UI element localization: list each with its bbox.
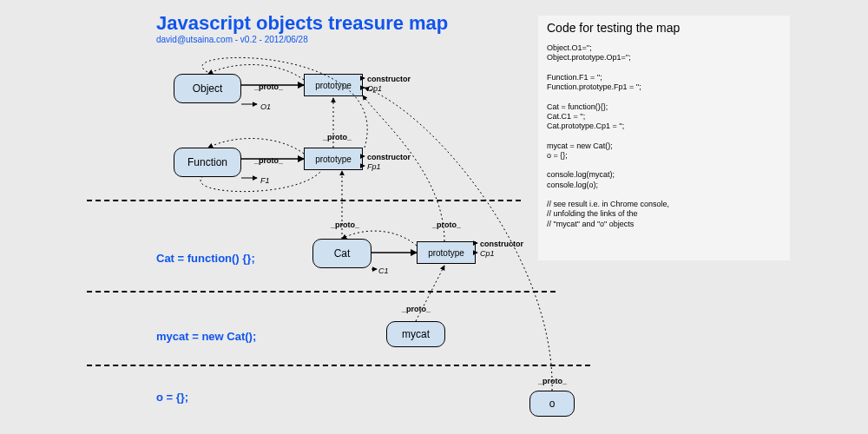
lbl-o1: O1 <box>260 102 271 111</box>
code-panel: Code for testing the map Object.O1=''; O… <box>538 16 790 260</box>
code-panel-body: Object.O1=''; Object.prototype.Op1=''; F… <box>547 43 781 229</box>
node-cat: Cat <box>312 239 372 268</box>
lbl-op1: Op1 <box>367 84 382 93</box>
page-subtitle: david@utsaina.com - v0.2 - 2012/06/28 <box>156 35 308 44</box>
def-mycat: mycat = new Cat(); <box>156 330 256 343</box>
lbl-function-proto: _proto_ <box>254 156 283 165</box>
def-cat: Cat = function() {}; <box>156 252 255 265</box>
node-object-prototype: prototype <box>304 74 363 96</box>
node-mycat: mycat <box>386 321 445 347</box>
lbl-object-proto: _proto_ <box>254 82 283 91</box>
divider-1 <box>87 200 521 201</box>
lbl-funcproto-up: _proto_ <box>323 133 352 141</box>
node-o: o <box>529 391 575 417</box>
divider-3 <box>87 365 590 366</box>
page-title: Javascript objects treasure map <box>156 12 448 35</box>
lbl-object-ctor: constructor <box>367 75 411 83</box>
lbl-catproto-up: _proto_ <box>432 220 461 229</box>
lbl-function-ctor: constructor <box>367 153 411 161</box>
node-function: Function <box>174 148 241 177</box>
lbl-fp1: Fp1 <box>367 162 381 171</box>
code-panel-heading: Code for testing the map <box>547 21 781 35</box>
lbl-c1: C1 <box>378 266 389 275</box>
lbl-o-up: _proto_ <box>538 377 567 385</box>
lbl-mycat-up: _proto_ <box>402 305 431 313</box>
lbl-cp1: Cp1 <box>480 249 495 258</box>
lbl-cat-ctor: constructor <box>480 240 523 248</box>
lbl-f1: F1 <box>260 176 270 185</box>
divider-2 <box>87 291 556 293</box>
node-object: Object <box>174 74 241 103</box>
node-function-prototype: prototype <box>304 148 363 170</box>
node-cat-prototype: prototype <box>417 241 476 264</box>
lbl-cat-up: _proto_ <box>331 220 359 229</box>
def-o: o = {}; <box>156 391 188 404</box>
